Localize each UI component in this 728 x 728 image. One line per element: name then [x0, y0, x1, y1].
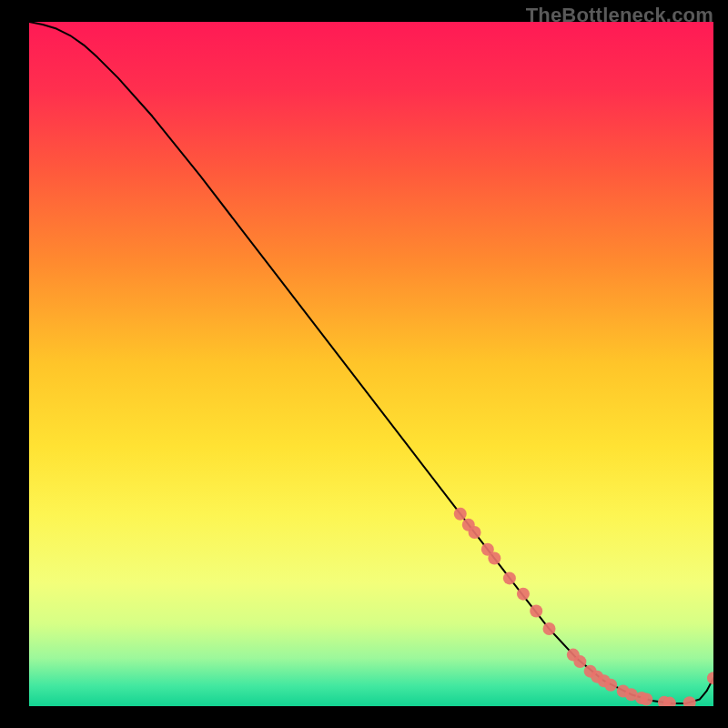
chart-svg: [29, 22, 713, 706]
highlight-point: [469, 526, 481, 539]
highlight-point: [543, 622, 556, 635]
highlight-point: [517, 588, 530, 601]
gradient-background: [29, 22, 713, 706]
highlight-point: [573, 655, 586, 668]
highlight-point: [530, 604, 542, 617]
plot-area: [29, 22, 713, 706]
highlight-point: [640, 693, 652, 705]
chart-stage: TheBottleneck.com: [0, 0, 728, 728]
highlight-point: [604, 679, 617, 692]
highlight-point: [454, 508, 467, 521]
highlight-point: [488, 552, 500, 565]
highlight-point: [503, 571, 516, 584]
